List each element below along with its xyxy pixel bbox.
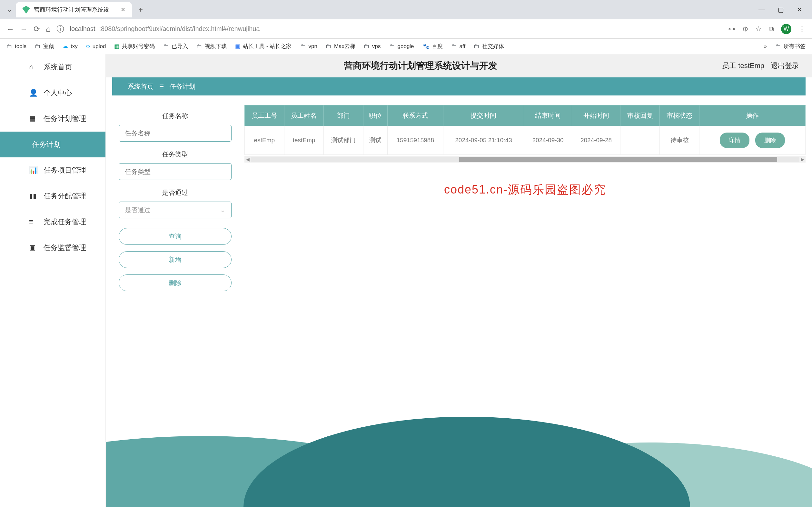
folder-icon: 🗀 — [35, 43, 41, 50]
main-area: 营商环境行动计划管理系统设计与开发 员工 testEmp 退出登录 系统首页 ☰… — [106, 54, 812, 507]
delete-button[interactable]: 删除 — [119, 275, 232, 291]
extensions-icon[interactable]: ⧉ — [769, 25, 774, 33]
filter-name-input[interactable] — [119, 125, 232, 142]
browser-tab[interactable]: 营商环境行动计划管理系统设 ✕ — [16, 2, 132, 17]
back-icon[interactable]: ← — [6, 24, 14, 34]
filter-type-input[interactable] — [119, 163, 232, 180]
close-tab-icon[interactable]: ✕ — [121, 6, 125, 13]
url-path: :8080/springbootf9uxi/admin/dist/index.h… — [99, 25, 259, 33]
folder-icon: 🗀 — [300, 43, 306, 50]
info-icon[interactable]: ⓘ — [56, 24, 64, 34]
sidebar-item-plan-mgmt[interactable]: ▦任务计划管理 — [0, 106, 106, 131]
bookmark-bar: 🗀tools 🗀宝藏 ☁txy ∞uplod ▦共享账号密码 🗀已导入 🗀视频下… — [0, 39, 812, 54]
cell-position: 测试 — [363, 126, 387, 155]
folder-icon: 🗀 — [6, 43, 12, 50]
search-button[interactable]: 查询 — [119, 228, 232, 245]
sidebar-item-supervise-mgmt[interactable]: ▣任务监督管理 — [0, 235, 106, 261]
bookmark-tools[interactable]: 🗀tools — [6, 43, 26, 50]
key-icon[interactable]: ⊶ — [728, 25, 735, 33]
bookmark-video[interactable]: 🗀视频下载 — [196, 43, 227, 50]
content-area: 任务名称 任务类型 是否通过 是否通过 ⌄ 查询 新增 删除 员工工号 — [106, 96, 812, 314]
breadcrumb-home[interactable]: 系统首页 — [128, 82, 154, 91]
chart-icon: 📊 — [29, 166, 38, 174]
bookmark-max[interactable]: 🗀Max云梯 — [326, 43, 355, 50]
sidebar-item-assign-mgmt[interactable]: ▮▮任务分配管理 — [0, 183, 106, 209]
bookmark-baidu[interactable]: 🐾百度 — [422, 43, 443, 50]
bookmark-all[interactable]: 🗀所有书签 — [775, 43, 806, 50]
sidebar-item-personal[interactable]: 👤个人中心 — [0, 80, 106, 106]
scroll-left-icon[interactable]: ◀ — [244, 157, 251, 162]
th-submit-time: 提交时间 — [444, 106, 524, 126]
sidebar-item-home[interactable]: ⌂系统首页 — [0, 54, 106, 80]
tab-title: 营商环境行动计划管理系统设 — [34, 6, 117, 13]
scroll-right-icon[interactable]: ▶ — [799, 157, 806, 162]
list-icon: ≡ — [29, 218, 33, 226]
cell-submit-time: 2024-09-05 21:10:43 — [444, 126, 524, 155]
folder-icon: 🗀 — [389, 43, 395, 50]
breadcrumb-separator-icon: ☰ — [159, 83, 164, 90]
reload-icon[interactable]: ⟳ — [34, 24, 40, 34]
menu-icon[interactable]: ⋮ — [799, 25, 806, 33]
new-tab-button[interactable]: + — [132, 5, 149, 14]
bookmark-vpn[interactable]: 🗀vpn — [300, 43, 317, 50]
table-container: 员工工号 员工姓名 部门 职位 联系方式 提交时间 结束时间 开始时间 审核回复… — [244, 105, 806, 304]
horizontal-scrollbar[interactable]: ◀ ▶ — [244, 156, 806, 163]
bookmark-baozang[interactable]: 🗀宝藏 — [35, 43, 54, 50]
user-icon: 👤 — [29, 89, 38, 97]
filter-pass-label: 是否通过 — [119, 188, 232, 197]
bookmark-zhanzhang[interactable]: ▣站长工具 - 站长之家 — [235, 43, 292, 50]
sidebar-item-plan[interactable]: 任务计划 — [0, 131, 106, 157]
scroll-thumb[interactable] — [459, 157, 777, 162]
add-button[interactable]: 新增 — [119, 251, 232, 268]
data-table: 员工工号 员工姓名 部门 职位 联系方式 提交时间 结束时间 开始时间 审核回复… — [244, 105, 806, 155]
profile-badge[interactable]: W — [781, 24, 791, 34]
sidebar: ⌂系统首页 👤个人中心 ▦任务计划管理 任务计划 📊任务项目管理 ▮▮任务分配管… — [0, 54, 106, 507]
th-start-time: 开始时间 — [572, 106, 620, 126]
url-input[interactable]: localhost:8080/springbootf9uxi/admin/dis… — [70, 25, 723, 33]
minimize-icon[interactable]: — — [758, 6, 765, 13]
logout-link[interactable]: 退出登录 — [771, 61, 799, 71]
bookmark-aff[interactable]: 🗀aff — [451, 43, 466, 50]
scroll-track[interactable] — [251, 157, 799, 162]
chevron-down-icon: ⌄ — [220, 206, 225, 214]
upload-icon: ∞ — [86, 43, 90, 50]
th-review-status: 审核状态 — [660, 106, 699, 126]
folder-icon: 🗀 — [163, 43, 169, 50]
app-root: ⌂系统首页 👤个人中心 ▦任务计划管理 任务计划 📊任务项目管理 ▮▮任务分配管… — [0, 54, 812, 507]
bookmark-google[interactable]: 🗀google — [389, 43, 414, 50]
breadcrumb: 系统首页 ☰ 任务计划 — [112, 77, 806, 96]
url-host: localhost — [70, 25, 96, 33]
sheets-icon: ▦ — [114, 43, 119, 50]
bars-icon: ▮▮ — [29, 192, 37, 200]
baidu-icon: 🐾 — [422, 43, 429, 50]
zoom-icon[interactable]: ⊕ — [742, 25, 748, 33]
forward-icon[interactable]: → — [20, 24, 28, 34]
sidebar-item-complete-mgmt[interactable]: ≡完成任务管理 — [0, 209, 106, 235]
bookmark-uplod[interactable]: ∞uplod — [86, 43, 106, 50]
th-dept: 部门 — [324, 106, 363, 126]
window-controls: — ▢ ✕ — [758, 6, 809, 13]
sidebar-item-project-mgmt[interactable]: 📊任务项目管理 — [0, 157, 106, 183]
filter-type-label: 任务类型 — [119, 150, 232, 159]
folder-icon: 🗀 — [775, 43, 781, 50]
star-icon[interactable]: ☆ — [755, 25, 762, 33]
browser-chrome: ⌄ 营商环境行动计划管理系统设 ✕ + — ▢ ✕ ← → ⟳ ⌂ ⓘ loca… — [0, 0, 812, 54]
bookmark-txy[interactable]: ☁txy — [63, 43, 78, 50]
home-icon[interactable]: ⌂ — [46, 24, 51, 34]
close-window-icon[interactable]: ✕ — [797, 6, 802, 13]
bookmark-social[interactable]: 🗀社交媒体 — [474, 43, 504, 50]
filter-pass-select[interactable]: 是否通过 ⌄ — [119, 202, 232, 218]
th-position: 职位 — [363, 106, 387, 126]
detail-button[interactable]: 详情 — [720, 132, 749, 148]
header-user[interactable]: 员工 testEmp — [722, 61, 764, 71]
maximize-icon[interactable]: ▢ — [778, 6, 784, 13]
bookmark-vps[interactable]: 🗀vps — [364, 43, 381, 50]
filter-name-label: 任务名称 — [119, 112, 232, 120]
folder-icon: 🗀 — [451, 43, 457, 50]
bookmark-pwd[interactable]: ▦共享账号密码 — [114, 43, 155, 50]
tab-dropdown-icon[interactable]: ⌄ — [3, 6, 16, 13]
bookmark-overflow-icon[interactable]: » — [764, 43, 767, 50]
app-header: 营商环境行动计划管理系统设计与开发 员工 testEmp 退出登录 — [106, 54, 812, 77]
row-delete-button[interactable]: 删除 — [755, 132, 785, 148]
bookmark-import[interactable]: 🗀已导入 — [163, 43, 188, 50]
